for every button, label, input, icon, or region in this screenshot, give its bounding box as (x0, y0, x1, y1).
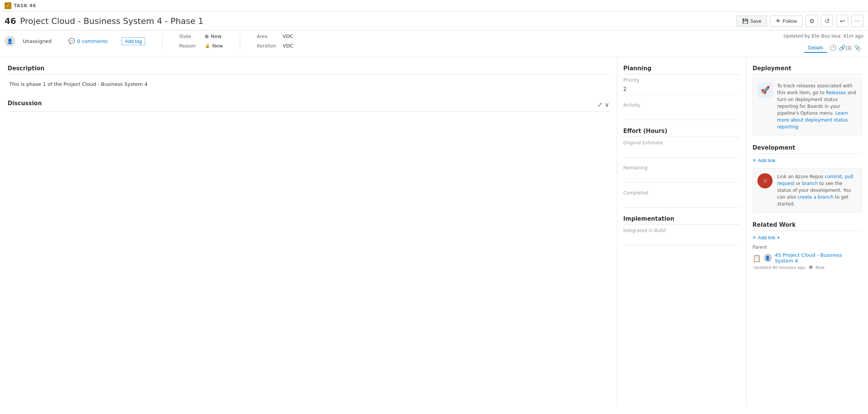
related-state-text: New (816, 265, 825, 270)
development-card: ⑂ Link an Azure Repos commit, pull reque… (752, 168, 862, 212)
related-status-dot (809, 265, 813, 269)
middle-panel: Planning Priority 2 Activity Effort (Hou… (617, 57, 746, 407)
settings-button[interactable]: ⚙ (806, 15, 818, 27)
lock-icon: 🔒 (205, 43, 210, 48)
refresh-button[interactable]: ↺ (821, 15, 833, 27)
deployment-card: 🚀 To track releases associated with this… (752, 77, 862, 135)
follow-label: Follow (782, 18, 797, 24)
area-section: Area VDC Iteration VDC (257, 33, 293, 49)
dev-add-link-label: Add link (758, 158, 775, 163)
git-icon: ⑂ (757, 173, 773, 188)
discussion-icons: ⤢ ∨ (597, 101, 609, 108)
activity-value[interactable] (623, 109, 740, 120)
more-button[interactable]: ··· (851, 15, 863, 27)
collapse-icon[interactable]: ∨ (605, 101, 609, 108)
state-value[interactable]: New (205, 33, 221, 39)
integrated-label: Integrated in Build (623, 228, 740, 233)
original-label: Original Estimate (623, 140, 740, 145)
title-bar: 46 Project Cloud - Business System 4 - P… (0, 12, 868, 30)
discussion-title: Discussion (8, 100, 42, 109)
description-title: Description (8, 65, 609, 74)
deployment-icon: 🚀 (757, 82, 773, 98)
priority-value[interactable]: 2 (623, 84, 740, 95)
branch-link[interactable]: branch (802, 181, 818, 186)
meta-bar: 👤 Unassigned 💬 0 comments Add tag State … (0, 30, 868, 57)
integrated-group: Integrated in Build (623, 228, 740, 245)
related-item-avatar: 👤 (764, 254, 772, 262)
remaining-value[interactable] (623, 172, 740, 183)
area-value[interactable]: VDC (283, 33, 293, 39)
links-count: (1) (846, 45, 852, 51)
completed-group: Completed (623, 190, 740, 208)
task-badge: ✓ TASK 46 (5, 2, 36, 9)
reason-row: Reason 🔒 New (179, 43, 223, 49)
tabs-row: Details 🕐 🔗 (1) 📎 (804, 42, 863, 54)
create-branch-link[interactable]: create a branch (797, 194, 833, 200)
original-value[interactable] (623, 147, 740, 158)
activity-group: Activity (623, 103, 740, 120)
comment-icon: 💬 (68, 38, 75, 44)
related-plus-icon: + (752, 234, 756, 241)
related-add-link-button[interactable]: + Add link ▾ (752, 234, 779, 241)
related-chevron-icon: ▾ (778, 235, 779, 240)
task-title[interactable]: Project Cloud - Business System 4 - Phas… (20, 16, 737, 26)
commit-link[interactable]: commit (825, 174, 842, 179)
state-text: New (211, 33, 221, 39)
implementation-title: Implementation (623, 215, 740, 225)
meta-left: 👤 Unassigned 💬 0 comments Add tag State … (5, 33, 784, 49)
description-section: Description This is phase 1 of the Proje… (8, 65, 609, 91)
expand-icon[interactable]: ⤢ (597, 101, 602, 108)
effort-title: Effort (Hours) (623, 128, 740, 137)
related-item-number: 45 (775, 252, 781, 258)
completed-label: Completed (623, 190, 740, 196)
task-type-icon: ✓ (5, 2, 11, 9)
save-button[interactable]: 💾 Save (737, 16, 767, 27)
add-tag-button[interactable]: Add tag (122, 37, 146, 45)
related-updated-text: Updated 40 minutes ago, (753, 265, 806, 270)
related-item-board-icon: 📋 (752, 254, 761, 262)
save-label: Save (750, 18, 762, 24)
comments-link[interactable]: 0 comments (77, 38, 108, 44)
releases-link[interactable]: Releases (826, 90, 846, 95)
eye-icon: 👁 (776, 18, 781, 24)
completed-value[interactable] (623, 197, 740, 208)
priority-label: Priority (623, 77, 740, 83)
development-title: Development (752, 144, 862, 154)
description-text[interactable]: This is phase 1 of the Project Cloud - B… (8, 77, 609, 91)
dev-add-link-button[interactable]: + Add link (752, 157, 776, 164)
deployment-text: To track releases associated with this w… (777, 82, 857, 130)
reason-value[interactable]: 🔒 New (205, 43, 223, 49)
updated-text: Updated by Elie Bou Issa: 41m ago (784, 33, 863, 39)
related-add-link-label: Add link (758, 235, 775, 240)
related-parent-label: Parent (752, 245, 862, 250)
discussion-section: Discussion ⤢ ∨ (8, 100, 609, 112)
tab-links[interactable]: 🔗 (1) (839, 42, 851, 54)
tab-attachments[interactable]: 📎 (851, 42, 863, 54)
original-estimate-group: Original Estimate (623, 140, 740, 158)
tab-history[interactable]: 🕐 (827, 42, 839, 54)
related-item-link[interactable]: 45 Project Cloud - Business System 4 (775, 252, 862, 264)
area-text: VDC (283, 33, 293, 39)
follow-button[interactable]: 👁 Follow (770, 16, 803, 27)
planning-group: Priority 2 (623, 77, 740, 95)
learn-more-link[interactable]: Learn more about deployment status repor… (777, 111, 848, 130)
left-panel: Description This is phase 1 of the Proje… (0, 57, 617, 407)
meta-right: Updated by Elie Bou Issa: 41m ago Detail… (784, 33, 863, 57)
plus-icon: + (752, 157, 756, 164)
breadcrumb-bar: ✓ TASK 46 (0, 0, 868, 12)
tab-details[interactable]: Details (804, 43, 827, 53)
avatar: 👤 (5, 36, 15, 46)
integrated-value[interactable] (623, 235, 740, 245)
area-label: Area (257, 34, 280, 39)
related-item-updated: Updated 40 minutes ago, New (753, 265, 862, 270)
iteration-value[interactable]: VDC (283, 43, 293, 49)
unassigned-label[interactable]: Unassigned (23, 38, 52, 44)
remaining-group: Remaining (623, 165, 740, 183)
undo-button[interactable]: ↩ (836, 15, 848, 27)
right-panel: Deployment 🚀 To track releases associate… (746, 57, 868, 407)
toolbar-right: 💾 Save 👁 Follow ⚙ ↺ ↩ ··· (737, 15, 863, 27)
related-item-title: Project Cloud - Business System 4 (775, 252, 842, 264)
related-work-title: Related Work (752, 221, 862, 231)
iteration-row: Iteration VDC (257, 43, 293, 49)
related-item: 📋 👤 45 Project Cloud - Business System 4 (752, 252, 862, 264)
